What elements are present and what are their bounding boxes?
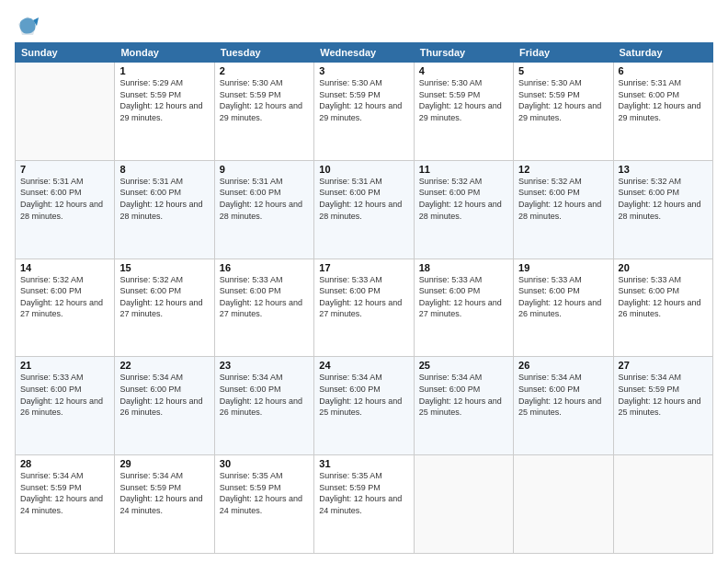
day-cell: 1Sunrise: 5:29 AMSunset: 5:59 PMDaylight… xyxy=(115,63,214,161)
day-info: Sunrise: 5:32 AMSunset: 6:00 PMDaylight:… xyxy=(20,274,109,320)
day-number: 14 xyxy=(20,262,109,273)
day-number: 27 xyxy=(619,360,708,371)
day-info: Sunrise: 5:29 AMSunset: 5:59 PMDaylight:… xyxy=(119,77,209,123)
day-info: Sunrise: 5:30 AMSunset: 5:59 PMDaylight:… xyxy=(518,77,608,123)
day-cell: 25Sunrise: 5:34 AMSunset: 6:00 PMDayligh… xyxy=(414,357,513,455)
header-row: SundayMondayTuesdayWednesdayThursdayFrid… xyxy=(16,43,713,63)
day-info: Sunrise: 5:34 AMSunset: 5:59 PMDaylight:… xyxy=(619,372,708,418)
week-row-4: 21Sunrise: 5:33 AMSunset: 6:00 PMDayligh… xyxy=(16,357,713,455)
day-cell: 16Sunrise: 5:33 AMSunset: 6:00 PMDayligh… xyxy=(214,259,313,357)
day-cell: 27Sunrise: 5:34 AMSunset: 5:59 PMDayligh… xyxy=(613,357,712,455)
logo xyxy=(15,13,42,39)
day-cell: 12Sunrise: 5:32 AMSunset: 6:00 PMDayligh… xyxy=(514,160,613,259)
col-header-monday: Monday xyxy=(115,43,214,63)
day-number: 28 xyxy=(20,458,109,469)
day-info: Sunrise: 5:33 AMSunset: 6:00 PMDaylight:… xyxy=(419,274,508,320)
day-info: Sunrise: 5:33 AMSunset: 6:00 PMDaylight:… xyxy=(220,274,309,320)
week-row-2: 7Sunrise: 5:31 AMSunset: 6:00 PMDaylight… xyxy=(16,160,713,259)
day-number: 2 xyxy=(220,65,309,76)
day-number: 7 xyxy=(20,164,109,175)
col-header-sunday: Sunday xyxy=(16,43,115,63)
header xyxy=(15,9,713,39)
calendar-table: SundayMondayTuesdayWednesdayThursdayFrid… xyxy=(15,42,713,554)
day-number: 29 xyxy=(119,458,209,469)
week-row-5: 28Sunrise: 5:34 AMSunset: 5:59 PMDayligh… xyxy=(16,455,713,554)
logo-icon xyxy=(15,13,40,39)
day-info: Sunrise: 5:32 AMSunset: 6:00 PMDaylight:… xyxy=(119,274,209,320)
day-info: Sunrise: 5:30 AMSunset: 5:59 PMDaylight:… xyxy=(220,77,309,123)
day-cell: 15Sunrise: 5:32 AMSunset: 6:00 PMDayligh… xyxy=(115,259,214,357)
day-cell: 4Sunrise: 5:30 AMSunset: 5:59 PMDaylight… xyxy=(414,63,513,161)
col-header-tuesday: Tuesday xyxy=(214,43,313,63)
day-cell: 3Sunrise: 5:30 AMSunset: 5:59 PMDaylight… xyxy=(314,63,414,161)
day-info: Sunrise: 5:31 AMSunset: 6:00 PMDaylight:… xyxy=(619,77,708,123)
day-cell: 20Sunrise: 5:33 AMSunset: 6:00 PMDayligh… xyxy=(613,259,712,357)
day-number: 13 xyxy=(619,164,708,175)
day-number: 18 xyxy=(419,262,508,273)
week-row-1: 1Sunrise: 5:29 AMSunset: 5:59 PMDaylight… xyxy=(16,63,713,161)
day-number: 8 xyxy=(119,164,209,175)
day-info: Sunrise: 5:31 AMSunset: 6:00 PMDaylight:… xyxy=(20,176,109,222)
col-header-wednesday: Wednesday xyxy=(314,43,414,63)
day-number: 6 xyxy=(619,65,708,76)
day-cell: 8Sunrise: 5:31 AMSunset: 6:00 PMDaylight… xyxy=(115,160,214,259)
day-cell: 23Sunrise: 5:34 AMSunset: 6:00 PMDayligh… xyxy=(214,357,313,455)
day-number: 1 xyxy=(119,65,209,76)
day-number: 26 xyxy=(518,360,608,371)
day-number: 22 xyxy=(119,360,209,371)
day-cell: 31Sunrise: 5:35 AMSunset: 5:59 PMDayligh… xyxy=(314,455,414,554)
day-number: 16 xyxy=(220,262,309,273)
day-info: Sunrise: 5:32 AMSunset: 6:00 PMDaylight:… xyxy=(619,176,708,222)
day-info: Sunrise: 5:33 AMSunset: 6:00 PMDaylight:… xyxy=(518,274,608,320)
day-cell: 24Sunrise: 5:34 AMSunset: 6:00 PMDayligh… xyxy=(314,357,414,455)
day-cell: 6Sunrise: 5:31 AMSunset: 6:00 PMDaylight… xyxy=(613,63,712,161)
day-cell: 28Sunrise: 5:34 AMSunset: 5:59 PMDayligh… xyxy=(16,455,115,554)
day-cell: 10Sunrise: 5:31 AMSunset: 6:00 PMDayligh… xyxy=(314,160,414,259)
day-cell: 29Sunrise: 5:34 AMSunset: 5:59 PMDayligh… xyxy=(115,455,214,554)
day-cell: 26Sunrise: 5:34 AMSunset: 6:00 PMDayligh… xyxy=(514,357,613,455)
day-info: Sunrise: 5:30 AMSunset: 5:59 PMDaylight:… xyxy=(319,77,408,123)
day-info: Sunrise: 5:33 AMSunset: 6:00 PMDaylight:… xyxy=(20,372,109,418)
day-cell: 19Sunrise: 5:33 AMSunset: 6:00 PMDayligh… xyxy=(514,259,613,357)
day-info: Sunrise: 5:35 AMSunset: 5:59 PMDaylight:… xyxy=(220,470,309,516)
day-cell xyxy=(414,455,513,554)
day-number: 3 xyxy=(319,65,408,76)
day-number: 23 xyxy=(220,360,309,371)
day-cell: 30Sunrise: 5:35 AMSunset: 5:59 PMDayligh… xyxy=(214,455,313,554)
day-number: 4 xyxy=(419,65,508,76)
day-number: 10 xyxy=(319,164,408,175)
col-header-friday: Friday xyxy=(514,43,613,63)
day-info: Sunrise: 5:34 AMSunset: 6:00 PMDaylight:… xyxy=(419,372,508,418)
day-info: Sunrise: 5:32 AMSunset: 6:00 PMDaylight:… xyxy=(518,176,608,222)
day-info: Sunrise: 5:33 AMSunset: 6:00 PMDaylight:… xyxy=(619,274,708,320)
day-number: 30 xyxy=(220,458,309,469)
day-number: 21 xyxy=(20,360,109,371)
day-info: Sunrise: 5:34 AMSunset: 6:00 PMDaylight:… xyxy=(319,372,408,418)
day-cell: 22Sunrise: 5:34 AMSunset: 6:00 PMDayligh… xyxy=(115,357,214,455)
col-header-thursday: Thursday xyxy=(414,43,513,63)
day-info: Sunrise: 5:34 AMSunset: 6:00 PMDaylight:… xyxy=(119,372,209,418)
day-info: Sunrise: 5:34 AMSunset: 6:00 PMDaylight:… xyxy=(518,372,608,418)
week-row-3: 14Sunrise: 5:32 AMSunset: 6:00 PMDayligh… xyxy=(16,259,713,357)
col-header-saturday: Saturday xyxy=(613,43,712,63)
calendar-page: SundayMondayTuesdayWednesdayThursdayFrid… xyxy=(0,0,728,563)
day-number: 12 xyxy=(518,164,608,175)
day-cell: 2Sunrise: 5:30 AMSunset: 5:59 PMDaylight… xyxy=(214,63,313,161)
day-info: Sunrise: 5:34 AMSunset: 5:59 PMDaylight:… xyxy=(20,470,109,516)
day-number: 17 xyxy=(319,262,408,273)
day-info: Sunrise: 5:33 AMSunset: 6:00 PMDaylight:… xyxy=(319,274,408,320)
day-number: 24 xyxy=(319,360,408,371)
day-cell: 14Sunrise: 5:32 AMSunset: 6:00 PMDayligh… xyxy=(16,259,115,357)
day-cell: 11Sunrise: 5:32 AMSunset: 6:00 PMDayligh… xyxy=(414,160,513,259)
day-cell: 18Sunrise: 5:33 AMSunset: 6:00 PMDayligh… xyxy=(414,259,513,357)
day-number: 11 xyxy=(419,164,508,175)
day-info: Sunrise: 5:30 AMSunset: 5:59 PMDaylight:… xyxy=(419,77,508,123)
day-cell: 21Sunrise: 5:33 AMSunset: 6:00 PMDayligh… xyxy=(16,357,115,455)
day-cell: 5Sunrise: 5:30 AMSunset: 5:59 PMDaylight… xyxy=(514,63,613,161)
day-number: 9 xyxy=(220,164,309,175)
day-number: 15 xyxy=(119,262,209,273)
day-cell xyxy=(16,63,115,161)
day-info: Sunrise: 5:31 AMSunset: 6:00 PMDaylight:… xyxy=(119,176,209,222)
day-info: Sunrise: 5:35 AMSunset: 5:59 PMDaylight:… xyxy=(319,470,408,516)
day-info: Sunrise: 5:31 AMSunset: 6:00 PMDaylight:… xyxy=(220,176,309,222)
